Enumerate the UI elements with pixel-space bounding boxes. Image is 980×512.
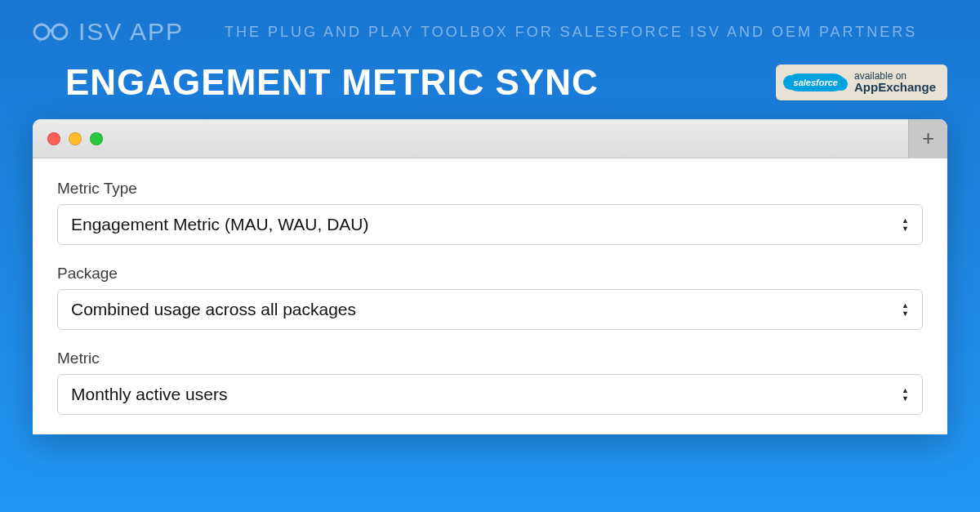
stepper-icon: ▲▼: [902, 387, 909, 403]
metric-label: Metric: [57, 349, 923, 367]
plus-icon: +: [922, 126, 934, 151]
metric-type-label: Metric Type: [57, 180, 923, 198]
package-label: Package: [57, 265, 923, 283]
header: ISV aPP THE PLUG AND PLAY TOOLBOX FOR SA…: [0, 0, 980, 54]
salesforce-cloud-icon: salesforce: [787, 73, 844, 91]
field-metric: Metric Monthly active users ▲▼: [57, 349, 923, 415]
stepper-icon: ▲▼: [902, 217, 909, 233]
title-row: ENGAGEMENT METRIC SYNC salesforce availa…: [0, 54, 980, 119]
close-window-icon[interactable]: [47, 132, 60, 145]
appexchange-badge[interactable]: salesforce available on AppExchange: [776, 65, 947, 100]
metric-type-select[interactable]: Engagement Metric (MAU, WAU, DAU) ▲▼: [57, 204, 923, 245]
metric-type-value: Engagement Metric (MAU, WAU, DAU): [71, 215, 368, 234]
window-titlebar: +: [33, 119, 947, 158]
traffic-lights: [47, 132, 103, 145]
svg-point-1: [52, 24, 67, 39]
app-window: + Metric Type Engagement Metric (MAU, WA…: [33, 119, 947, 434]
new-tab-button[interactable]: +: [908, 119, 947, 158]
metric-select[interactable]: Monthly active users ▲▼: [57, 374, 923, 415]
package-select[interactable]: Combined usage across all packages ▲▼: [57, 289, 923, 330]
field-package: Package Combined usage across all packag…: [57, 265, 923, 330]
form-area: Metric Type Engagement Metric (MAU, WAU,…: [33, 158, 947, 415]
field-metric-type: Metric Type Engagement Metric (MAU, WAU,…: [57, 180, 923, 245]
svg-point-0: [34, 24, 49, 39]
badge-text: available on AppExchange: [854, 71, 936, 94]
package-value: Combined usage across all packages: [71, 300, 356, 319]
maximize-window-icon[interactable]: [90, 132, 103, 145]
page-title: ENGAGEMENT METRIC SYNC: [65, 62, 599, 103]
brand-logo: ISV aPP: [33, 18, 184, 46]
tagline: THE PLUG AND PLAY TOOLBOX FOR SALESFORCE…: [225, 24, 917, 41]
brand-name: ISV aPP: [78, 18, 184, 46]
metric-value: Monthly active users: [71, 385, 227, 404]
stepper-icon: ▲▼: [902, 302, 909, 318]
brand-glasses-icon: [33, 20, 69, 43]
minimize-window-icon[interactable]: [69, 132, 82, 145]
